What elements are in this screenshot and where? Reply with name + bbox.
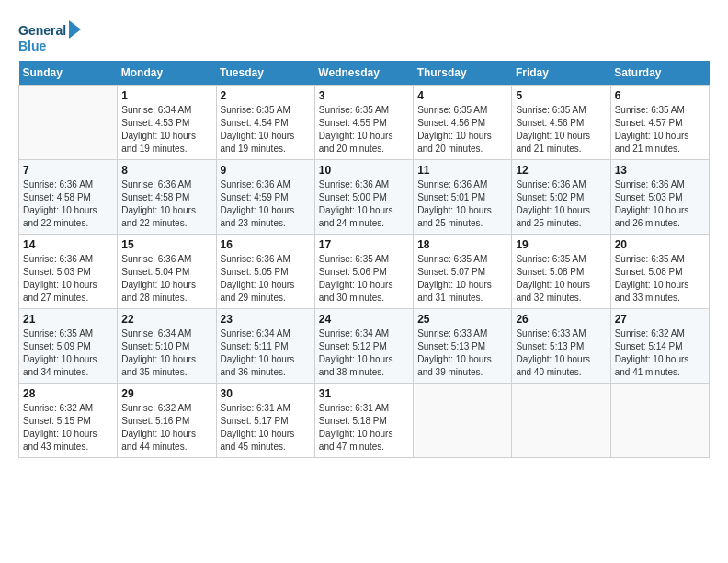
day-info: Sunrise: 6:36 AMSunset: 4:58 PMDaylight:… <box>23 178 113 230</box>
calendar-cell: 22Sunrise: 6:34 AMSunset: 5:10 PMDayligh… <box>118 309 216 384</box>
logo: GeneralBlue <box>18 18 83 55</box>
day-number: 4 <box>417 89 507 102</box>
calendar-cell: 16Sunrise: 6:36 AMSunset: 5:05 PMDayligh… <box>216 235 314 309</box>
day-number: 22 <box>121 313 211 326</box>
day-info: Sunrise: 6:31 AMSunset: 5:17 PMDaylight:… <box>221 402 311 454</box>
calendar-cell <box>512 384 610 458</box>
day-number: 12 <box>516 164 606 177</box>
week-row-2: 7Sunrise: 6:36 AMSunset: 4:58 PMDaylight… <box>19 160 710 235</box>
day-number: 25 <box>417 313 507 326</box>
calendar-cell: 4Sunrise: 6:35 AMSunset: 4:56 PMDaylight… <box>414 86 512 160</box>
weekday-header-thursday: Thursday <box>414 61 512 86</box>
day-number: 23 <box>221 313 311 326</box>
calendar-cell: 15Sunrise: 6:36 AMSunset: 5:04 PMDayligh… <box>118 235 216 309</box>
calendar-cell: 20Sunrise: 6:35 AMSunset: 5:08 PMDayligh… <box>610 235 709 309</box>
day-number: 16 <box>221 238 311 251</box>
calendar-cell: 2Sunrise: 6:35 AMSunset: 4:54 PMDaylight… <box>216 86 314 160</box>
weekday-header-friday: Friday <box>512 61 610 86</box>
svg-text:Blue: Blue <box>18 39 47 53</box>
day-info: Sunrise: 6:35 AMSunset: 5:07 PMDaylight:… <box>417 253 507 304</box>
day-info: Sunrise: 6:36 AMSunset: 5:02 PMDaylight:… <box>516 178 606 230</box>
day-info: Sunrise: 6:32 AMSunset: 5:16 PMDaylight:… <box>121 402 211 454</box>
day-info: Sunrise: 6:36 AMSunset: 5:00 PMDaylight:… <box>319 178 409 230</box>
calendar-cell: 12Sunrise: 6:36 AMSunset: 5:02 PMDayligh… <box>512 160 610 235</box>
day-number: 9 <box>221 164 311 177</box>
calendar-cell: 18Sunrise: 6:35 AMSunset: 5:07 PMDayligh… <box>414 235 512 309</box>
calendar-cell: 3Sunrise: 6:35 AMSunset: 4:55 PMDaylight… <box>314 86 413 160</box>
day-info: Sunrise: 6:34 AMSunset: 5:12 PMDaylight:… <box>319 327 409 379</box>
day-number: 11 <box>417 164 507 177</box>
calendar-cell: 17Sunrise: 6:35 AMSunset: 5:06 PMDayligh… <box>314 235 413 309</box>
day-info: Sunrise: 6:32 AMSunset: 5:15 PMDaylight:… <box>23 402 113 454</box>
day-number: 6 <box>615 89 705 102</box>
calendar-cell: 10Sunrise: 6:36 AMSunset: 5:00 PMDayligh… <box>314 160 413 235</box>
day-number: 3 <box>319 89 409 102</box>
calendar-cell: 28Sunrise: 6:32 AMSunset: 5:15 PMDayligh… <box>19 384 118 458</box>
calendar-cell: 27Sunrise: 6:32 AMSunset: 5:14 PMDayligh… <box>610 309 709 384</box>
calendar-cell: 19Sunrise: 6:35 AMSunset: 5:08 PMDayligh… <box>512 235 610 309</box>
svg-text:General: General <box>18 23 66 38</box>
day-number: 30 <box>221 387 311 400</box>
day-number: 7 <box>23 164 113 177</box>
day-info: Sunrise: 6:34 AMSunset: 4:53 PMDaylight:… <box>121 104 211 155</box>
day-info: Sunrise: 6:35 AMSunset: 4:56 PMDaylight:… <box>417 104 507 155</box>
day-number: 5 <box>516 89 606 102</box>
day-number: 20 <box>615 238 705 251</box>
day-number: 10 <box>319 164 409 177</box>
calendar-cell: 23Sunrise: 6:34 AMSunset: 5:11 PMDayligh… <box>216 309 314 384</box>
day-info: Sunrise: 6:36 AMSunset: 5:04 PMDaylight:… <box>121 253 211 304</box>
day-info: Sunrise: 6:35 AMSunset: 4:54 PMDaylight:… <box>221 104 311 155</box>
day-number: 13 <box>615 164 705 177</box>
day-number: 18 <box>417 238 507 251</box>
day-info: Sunrise: 6:35 AMSunset: 5:08 PMDaylight:… <box>516 253 606 304</box>
day-info: Sunrise: 6:35 AMSunset: 4:57 PMDaylight:… <box>615 104 705 155</box>
day-info: Sunrise: 6:34 AMSunset: 5:11 PMDaylight:… <box>221 327 311 379</box>
calendar-cell <box>414 384 512 458</box>
day-number: 21 <box>23 313 113 326</box>
calendar-cell: 14Sunrise: 6:36 AMSunset: 5:03 PMDayligh… <box>19 235 118 309</box>
day-number: 19 <box>516 238 606 251</box>
day-info: Sunrise: 6:33 AMSunset: 5:13 PMDaylight:… <box>417 327 507 379</box>
day-number: 14 <box>23 238 113 251</box>
day-number: 8 <box>121 164 211 177</box>
calendar-cell: 29Sunrise: 6:32 AMSunset: 5:16 PMDayligh… <box>118 384 216 458</box>
day-info: Sunrise: 6:32 AMSunset: 5:14 PMDaylight:… <box>615 327 705 379</box>
calendar-table: SundayMondayTuesdayWednesdayThursdayFrid… <box>18 61 710 458</box>
day-info: Sunrise: 6:35 AMSunset: 5:09 PMDaylight:… <box>23 327 113 379</box>
calendar-cell: 13Sunrise: 6:36 AMSunset: 5:03 PMDayligh… <box>610 160 709 235</box>
week-row-5: 28Sunrise: 6:32 AMSunset: 5:15 PMDayligh… <box>19 384 710 458</box>
day-number: 15 <box>121 238 211 251</box>
day-info: Sunrise: 6:36 AMSunset: 4:59 PMDaylight:… <box>221 178 311 230</box>
day-info: Sunrise: 6:33 AMSunset: 5:13 PMDaylight:… <box>516 327 606 379</box>
calendar-cell: 25Sunrise: 6:33 AMSunset: 5:13 PMDayligh… <box>414 309 512 384</box>
calendar-cell <box>19 86 118 160</box>
calendar-cell: 30Sunrise: 6:31 AMSunset: 5:17 PMDayligh… <box>216 384 314 458</box>
day-number: 31 <box>319 387 409 400</box>
calendar-cell: 6Sunrise: 6:35 AMSunset: 4:57 PMDaylight… <box>610 86 709 160</box>
week-row-3: 14Sunrise: 6:36 AMSunset: 5:03 PMDayligh… <box>19 235 710 309</box>
day-info: Sunrise: 6:35 AMSunset: 5:08 PMDaylight:… <box>615 253 705 304</box>
day-info: Sunrise: 6:34 AMSunset: 5:10 PMDaylight:… <box>121 327 211 379</box>
day-info: Sunrise: 6:35 AMSunset: 4:55 PMDaylight:… <box>319 104 409 155</box>
day-number: 29 <box>121 387 211 400</box>
day-number: 28 <box>23 387 113 400</box>
day-info: Sunrise: 6:35 AMSunset: 5:06 PMDaylight:… <box>319 253 409 304</box>
day-info: Sunrise: 6:36 AMSunset: 5:01 PMDaylight:… <box>417 178 507 230</box>
calendar-cell: 11Sunrise: 6:36 AMSunset: 5:01 PMDayligh… <box>414 160 512 235</box>
calendar-cell: 9Sunrise: 6:36 AMSunset: 4:59 PMDaylight… <box>216 160 314 235</box>
day-info: Sunrise: 6:36 AMSunset: 4:58 PMDaylight:… <box>121 178 211 230</box>
day-number: 27 <box>615 313 705 326</box>
calendar-cell: 5Sunrise: 6:35 AMSunset: 4:56 PMDaylight… <box>512 86 610 160</box>
weekday-header-wednesday: Wednesday <box>314 61 413 86</box>
week-row-1: 1Sunrise: 6:34 AMSunset: 4:53 PMDaylight… <box>19 86 710 160</box>
svg-marker-2 <box>69 20 81 39</box>
day-info: Sunrise: 6:36 AMSunset: 5:05 PMDaylight:… <box>221 253 311 304</box>
logo-icon: GeneralBlue <box>18 18 83 55</box>
weekday-header-row: SundayMondayTuesdayWednesdayThursdayFrid… <box>19 61 710 86</box>
calendar-cell <box>610 384 709 458</box>
week-row-4: 21Sunrise: 6:35 AMSunset: 5:09 PMDayligh… <box>19 309 710 384</box>
calendar-cell: 31Sunrise: 6:31 AMSunset: 5:18 PMDayligh… <box>314 384 413 458</box>
day-info: Sunrise: 6:35 AMSunset: 4:56 PMDaylight:… <box>516 104 606 155</box>
weekday-header-monday: Monday <box>118 61 216 86</box>
calendar-cell: 7Sunrise: 6:36 AMSunset: 4:58 PMDaylight… <box>19 160 118 235</box>
